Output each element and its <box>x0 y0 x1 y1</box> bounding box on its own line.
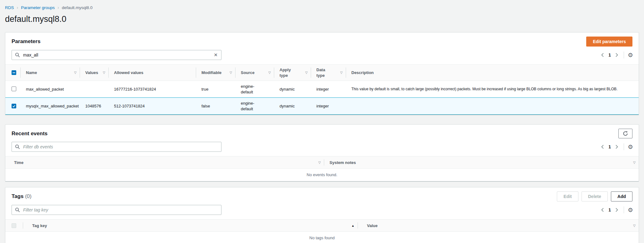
current-page-number: 1 <box>608 207 611 212</box>
chevron-left-icon <box>601 207 605 212</box>
column-header-source[interactable]: Source ▽ <box>235 65 274 81</box>
sort-descending-icon: ▽ <box>318 161 321 164</box>
next-page-button[interactable] <box>613 144 620 150</box>
column-header-description: Description <box>346 65 639 81</box>
refresh-icon <box>623 131 628 136</box>
indeterminate-icon <box>12 72 15 73</box>
divider <box>624 52 624 58</box>
events-pagination: 1 ⚙ <box>599 143 634 150</box>
chevron-right-icon <box>615 144 619 149</box>
sort-descending-icon: ▽ <box>633 161 636 164</box>
tags-table: Tag key ▲ Value ▽ No tags found <box>5 219 639 243</box>
refresh-button[interactable] <box>618 129 632 138</box>
parameters-table: Name ▽ Values ▽ Allowed values Modifiabl… <box>5 64 639 115</box>
parameters-search-input[interactable] <box>12 50 221 60</box>
recent-events-table: Time ▽ System notes ▽ No events found. <box>5 156 639 181</box>
preferences-gear-icon[interactable]: ⚙ <box>627 207 634 213</box>
tags-filter <box>12 205 221 215</box>
breadcrumb-link-rds[interactable]: RDS <box>5 5 14 10</box>
events-filter-input[interactable] <box>12 142 221 152</box>
page-title: default.mysql8.0 <box>5 14 639 24</box>
parameter-modifiable: false <box>196 101 235 111</box>
previous-page-button[interactable] <box>599 52 606 58</box>
parameter-description <box>346 103 639 109</box>
clear-search-icon[interactable]: ✕ <box>212 51 220 58</box>
parameter-source: engine-default <box>235 98 274 114</box>
column-header-apply-type[interactable]: Apply type ▽ <box>274 65 311 81</box>
parameters-search: ✕ <box>12 50 221 60</box>
row-checkbox[interactable] <box>12 104 16 108</box>
sort-descending-icon: ▽ <box>268 71 271 74</box>
preferences-gear-icon[interactable]: ⚙ <box>627 52 634 58</box>
column-header-time[interactable]: Time ▽ <box>5 156 324 168</box>
tags-count: (0) <box>25 193 32 199</box>
sort-descending-icon: ▽ <box>633 224 636 227</box>
select-all-checkbox[interactable] <box>12 70 16 75</box>
preferences-gear-icon[interactable]: ⚙ <box>627 144 634 150</box>
column-header-system-notes[interactable]: System notes ▽ <box>324 156 639 168</box>
current-page-number: 1 <box>608 144 611 149</box>
chevron-right-icon <box>615 52 619 57</box>
table-row[interactable]: max_allowed_packet 16777216-1073741824 t… <box>5 81 639 98</box>
events-table-header: Time ▽ System notes ▽ <box>5 156 639 169</box>
tags-actions: Edit Delete Add <box>557 191 632 201</box>
table-row[interactable]: mysqlx_max_allowed_packet 1048576 512-10… <box>5 97 639 115</box>
chevron-right-icon: › <box>57 5 59 10</box>
next-page-button[interactable] <box>613 207 620 213</box>
tags-heading: Tags (0) <box>12 193 32 200</box>
row-checkbox[interactable] <box>12 87 16 91</box>
parameter-values: 1048576 <box>80 101 108 111</box>
parameters-table-header: Name ▽ Values ▽ Allowed values Modifiabl… <box>5 64 639 81</box>
tags-table-header: Tag key ▲ Value ▽ <box>5 219 639 232</box>
events-empty-message: No events found. <box>5 169 639 181</box>
add-tag-button[interactable]: Add <box>611 191 632 201</box>
edit-parameters-button[interactable]: Edit parameters <box>586 37 632 47</box>
sort-descending-icon: ▽ <box>103 71 105 74</box>
parameter-description: This value by default is small, to catch… <box>346 84 639 95</box>
rds-parameter-group-page: RDS › Parameter groups › default.mysql8.… <box>0 0 644 243</box>
sort-descending-icon: ▽ <box>74 71 77 74</box>
parameters-pagination: 1 ⚙ <box>599 52 634 58</box>
divider <box>624 206 624 213</box>
parameter-allowed-values: 16777216-1073741824 <box>108 84 196 94</box>
search-icon <box>15 144 20 149</box>
parameters-panel: Parameters Edit parameters ✕ 1 ⚙ <box>5 32 639 115</box>
sort-descending-icon: ▽ <box>305 71 308 74</box>
parameter-name: max_allowed_packet <box>20 84 80 94</box>
previous-page-button[interactable] <box>599 144 606 150</box>
chevron-left-icon <box>601 52 605 57</box>
divider <box>624 143 624 150</box>
tags-pagination: 1 ⚙ <box>599 206 634 213</box>
previous-page-button[interactable] <box>599 207 606 213</box>
tags-filter-input[interactable] <box>12 205 221 215</box>
next-page-button[interactable] <box>613 52 620 58</box>
column-header-values[interactable]: Values ▽ <box>80 65 108 81</box>
column-header-tag-key[interactable]: Tag key ▲ <box>23 220 358 231</box>
parameter-apply-type: dynamic <box>274 84 311 94</box>
breadcrumb-link-parameter-groups[interactable]: Parameter groups <box>21 5 55 10</box>
parameter-data-type: integer <box>311 101 346 111</box>
sort-descending-icon: ▽ <box>340 71 343 74</box>
edit-tag-button[interactable]: Edit <box>557 191 578 201</box>
select-all-checkbox <box>12 223 16 228</box>
events-filter <box>12 142 221 152</box>
parameter-data-type: integer <box>311 84 346 94</box>
search-icon <box>15 207 20 212</box>
chevron-right-icon: › <box>17 5 18 10</box>
breadcrumb: RDS › Parameter groups › default.mysql8.… <box>5 5 639 10</box>
parameter-name: mysqlx_max_allowed_packet <box>20 101 80 111</box>
recent-events-panel: Recent events 1 <box>5 124 639 181</box>
column-header-allowed-values[interactable]: Allowed values <box>108 65 196 81</box>
column-header-name[interactable]: Name ▽ <box>20 65 80 81</box>
parameter-values <box>80 87 108 92</box>
sort-ascending-icon: ▲ <box>351 224 354 227</box>
breadcrumb-current: default.mysql8.0 <box>62 5 92 10</box>
column-header-value[interactable]: Value ▽ <box>358 220 639 231</box>
column-header-data-type[interactable]: Data type ▽ <box>311 65 346 81</box>
delete-tag-button[interactable]: Delete <box>582 191 608 201</box>
check-icon <box>12 104 16 108</box>
parameter-allowed-values: 512-1073741824 <box>108 101 196 111</box>
current-page-number: 1 <box>608 52 611 57</box>
column-header-modifiable[interactable]: Modifiable ▽ <box>196 65 235 81</box>
parameter-source: engine-default <box>235 81 274 97</box>
